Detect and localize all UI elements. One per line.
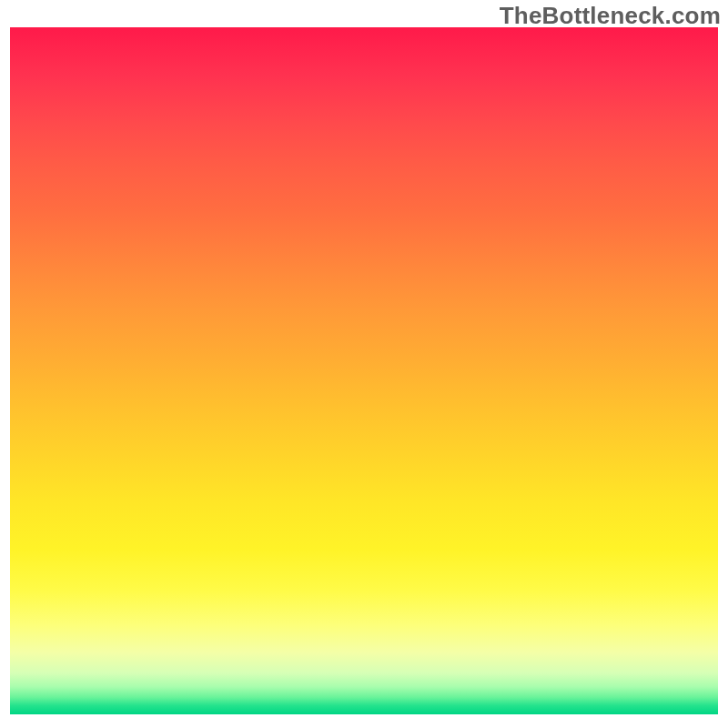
chart-stage: TheBottleneck.com (0, 0, 728, 728)
gradient-background (10, 27, 718, 714)
watermark-text: TheBottleneck.com (500, 2, 721, 30)
plot-area (10, 27, 718, 714)
